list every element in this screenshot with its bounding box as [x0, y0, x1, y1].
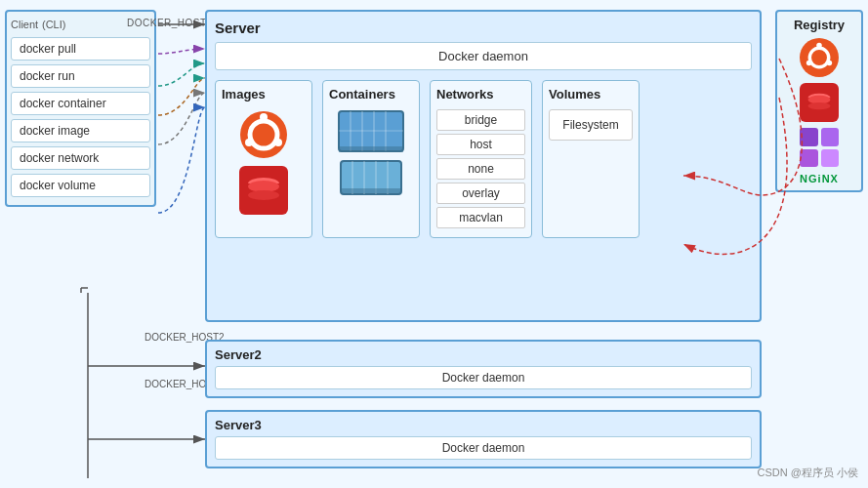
images-title: Images [222, 87, 306, 102]
registry-redis-icon [800, 83, 839, 122]
ubuntu-image-icon [238, 109, 289, 160]
svg-point-26 [816, 43, 822, 49]
network-macvlan: macvlan [436, 207, 525, 228]
cmd-volume: docker volume [11, 174, 150, 197]
svg-rect-23 [341, 188, 401, 193]
registry-box: Registry NGiNX [775, 10, 863, 192]
volumes-section: Volumes Filesystem [542, 80, 640, 238]
server3-daemon-bar: Docker daemon [215, 436, 752, 460]
cmd-container: docker container [11, 92, 150, 115]
client-title-text: Client [11, 19, 38, 30]
cmd-image: docker image [11, 119, 150, 142]
registry-ubuntu-icon [800, 38, 839, 77]
docker-daemon-bar: Docker daemon [215, 42, 752, 70]
svg-point-2 [260, 113, 268, 121]
container-icon-1 [337, 109, 405, 153]
container-icon-2 [339, 159, 407, 196]
network-none: none [436, 158, 525, 180]
server3-box: Server3 Docker daemon [205, 410, 762, 468]
images-section: Images [215, 80, 312, 238]
cmd-pull: docker pull [11, 37, 150, 61]
redis-image-icon [239, 166, 288, 215]
watermark: CSDN @程序员 小侯 [758, 466, 858, 480]
network-host: host [436, 134, 525, 155]
svg-point-34 [807, 102, 830, 109]
server2-daemon-bar: Docker daemon [215, 366, 752, 389]
registry-nginx-icon: NGiNX [783, 173, 855, 184]
client-box: Client (CLI) docker pull docker run dock… [5, 10, 156, 207]
svg-point-27 [806, 61, 812, 66]
server-box: Server Docker daemon Images [205, 10, 762, 322]
client-subtitle: (CLI) [42, 19, 65, 30]
filesystem-box: Filesystem [549, 109, 633, 141]
svg-point-28 [827, 61, 833, 66]
registry-title: Registry [783, 18, 855, 32]
volumes-title: Volumes [549, 87, 633, 102]
networks-section: Networks bridge host none overlay macvla… [430, 80, 532, 238]
server2-title: Server2 [215, 347, 752, 362]
docker-host1-label: DOCKER_HOST1 [127, 18, 213, 28]
network-overlay: overlay [436, 183, 525, 204]
network-bridge: bridge [436, 109, 525, 131]
server3-title: Server3 [215, 418, 752, 432]
server2-box: Server2 Docker daemon [205, 340, 762, 398]
svg-point-3 [245, 139, 253, 146]
svg-point-10 [248, 190, 279, 200]
networks-title: Networks [436, 87, 525, 102]
cmd-network: docker network [11, 146, 150, 170]
containers-title: Containers [329, 87, 413, 102]
registry-mosaic-icon [800, 128, 839, 167]
svg-rect-17 [339, 146, 403, 152]
server-title: Server [215, 20, 752, 36]
containers-section: Containers [322, 80, 420, 238]
sections-row: Images Co [215, 80, 752, 238]
svg-point-4 [274, 139, 282, 146]
cmd-run: docker run [11, 64, 150, 88]
